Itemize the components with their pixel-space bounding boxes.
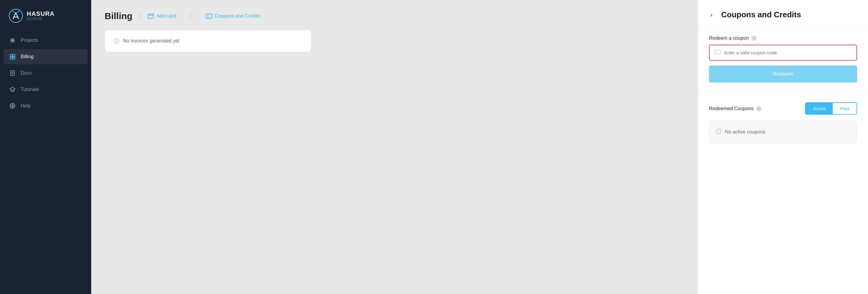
tab-group: Active Past <box>805 102 857 115</box>
svg-point-0 <box>9 9 23 23</box>
redeemed-header: Redeemed Coupons i Active Past <box>709 102 857 115</box>
coupon-code-input[interactable] <box>724 50 851 55</box>
info-circle-icon <box>114 38 120 44</box>
redeem-section-label: Redeem a coupon i <box>709 36 857 41</box>
header-nav-coupons-label: Coupons and Credits <box>215 13 260 19</box>
svg-point-25 <box>208 17 208 17</box>
svg-point-23 <box>208 14 208 15</box>
header-nav-divider <box>191 13 191 19</box>
graduation-icon <box>9 86 16 93</box>
sidebar-item-label-help: Help <box>21 103 31 109</box>
svg-rect-29 <box>715 50 720 54</box>
panel-back-button[interactable]: › <box>707 10 716 20</box>
sidebar-item-billing[interactable]: Billing <box>4 49 88 64</box>
no-coupons-card: No active coupons <box>709 121 857 143</box>
sidebar-item-label-projects: Projects <box>21 38 38 43</box>
header-nav: Add card Coupons and Credits <box>148 13 260 20</box>
logo-hasura: HASURA <box>27 10 55 17</box>
sidebar-nav: Projects Billing <box>0 33 91 113</box>
svg-point-31 <box>716 51 717 52</box>
redeemed-label-text: Redeemed Coupons <box>709 106 754 111</box>
svg-rect-8 <box>13 57 15 59</box>
tab-past[interactable]: Past <box>833 103 857 114</box>
redeem-button[interactable]: Redeem <box>709 66 857 82</box>
svg-rect-5 <box>10 54 12 57</box>
header-nav-add-card-label: Add card <box>157 13 176 19</box>
svg-point-35 <box>718 130 719 131</box>
sidebar-item-projects[interactable]: Projects <box>4 33 88 48</box>
sidebar-item-tutorials[interactable]: Tutorials <box>4 82 88 97</box>
svg-rect-6 <box>13 54 15 57</box>
hasura-logo-icon <box>8 8 23 23</box>
header-nav-add-card[interactable]: Add card <box>148 13 176 20</box>
logo-cloud: CLOUD <box>27 17 55 21</box>
right-panel: › Coupons and Credits Redeem a coupon i <box>698 0 868 294</box>
redeemed-label-group: Redeemed Coupons i <box>709 106 762 111</box>
asterisk-icon <box>9 37 16 44</box>
sidebar-item-label-docs: Docs <box>21 70 32 76</box>
redeem-label-text: Redeem a coupon <box>709 36 749 41</box>
sidebar: HASURA CLOUD Projects <box>0 0 91 294</box>
sidebar-item-help[interactable]: Help <box>4 98 88 113</box>
invoice-empty-message: No invoices generated yet <box>123 38 179 44</box>
coupon-icon <box>206 13 212 20</box>
redeem-info-icon[interactable]: i <box>751 36 757 41</box>
grid-icon <box>9 53 16 60</box>
page-title: Billing <box>104 11 132 21</box>
logo-text: HASURA CLOUD <box>27 10 55 21</box>
help-icon <box>9 103 16 109</box>
header-divider <box>140 12 140 20</box>
sidebar-item-label-billing: Billing <box>21 54 34 60</box>
invoice-card: No invoices generated yet <box>104 30 311 52</box>
svg-point-15 <box>11 105 13 107</box>
panel-header: › Coupons and Credits <box>698 0 868 27</box>
header-nav-coupons[interactable]: Coupons and Credits <box>206 13 260 20</box>
panel-body: Redeem a coupon i Redeem <box>698 27 868 91</box>
chevron-right-icon: › <box>711 11 713 18</box>
logo: HASURA CLOUD <box>0 0 91 33</box>
svg-point-24 <box>208 16 208 16</box>
coupon-field-icon <box>714 49 720 56</box>
main-content: Billing Add card <box>91 0 698 294</box>
panel-title: Coupons and Credits <box>721 10 801 20</box>
svg-point-32 <box>716 53 717 54</box>
svg-marker-13 <box>10 87 15 90</box>
card-icon <box>148 13 154 20</box>
coupon-input-wrapper <box>709 45 857 61</box>
sidebar-item-label-tutorials: Tutorials <box>21 87 39 92</box>
doc-icon <box>9 70 16 76</box>
no-coupons-message: No active coupons <box>725 129 765 135</box>
no-coupons-info-icon <box>715 128 721 136</box>
svg-rect-20 <box>148 14 154 18</box>
svg-point-28 <box>116 40 117 40</box>
panel-divider <box>698 94 868 94</box>
tab-active[interactable]: Active <box>806 103 833 114</box>
main-header: Billing Add card <box>91 0 698 30</box>
sidebar-item-docs[interactable]: Docs <box>4 66 88 81</box>
redeemed-info-icon[interactable]: i <box>756 106 762 111</box>
svg-rect-22 <box>206 14 212 18</box>
redeem-section: Redeem a coupon i Redeem <box>709 36 857 82</box>
redeemed-section: Redeemed Coupons i Active Past No active… <box>698 96 868 152</box>
svg-point-30 <box>716 50 717 51</box>
svg-rect-7 <box>10 57 12 59</box>
main-body: No invoices generated yet <box>91 30 698 294</box>
